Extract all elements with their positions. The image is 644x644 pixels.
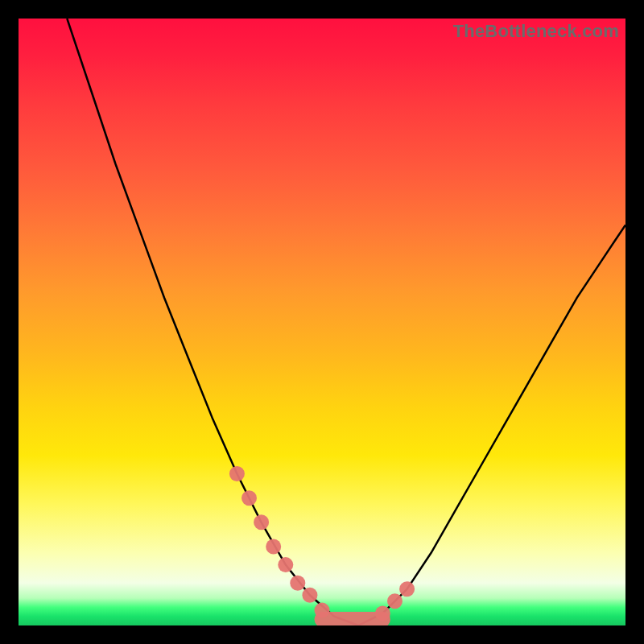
marker-dot — [254, 514, 269, 530]
bottleneck-curve — [67, 19, 625, 625]
chart-plot-area: TheBottleneck.com — [19, 19, 625, 625]
marker-dot — [302, 588, 317, 603]
marker-dot — [229, 466, 245, 481]
marker-dot — [278, 557, 293, 572]
marker-dot — [290, 576, 305, 591]
marker-group — [229, 466, 415, 621]
watermark-label: TheBottleneck.com — [453, 21, 619, 42]
chart-stage: TheBottleneck.com — [0, 0, 644, 644]
marker-dot — [315, 603, 330, 618]
chart-overlay — [19, 19, 625, 625]
marker-dot — [399, 581, 415, 597]
marker-dot — [242, 490, 257, 506]
marker-dot — [387, 593, 402, 609]
marker-dot — [266, 539, 281, 555]
marker-dot — [375, 605, 390, 621]
